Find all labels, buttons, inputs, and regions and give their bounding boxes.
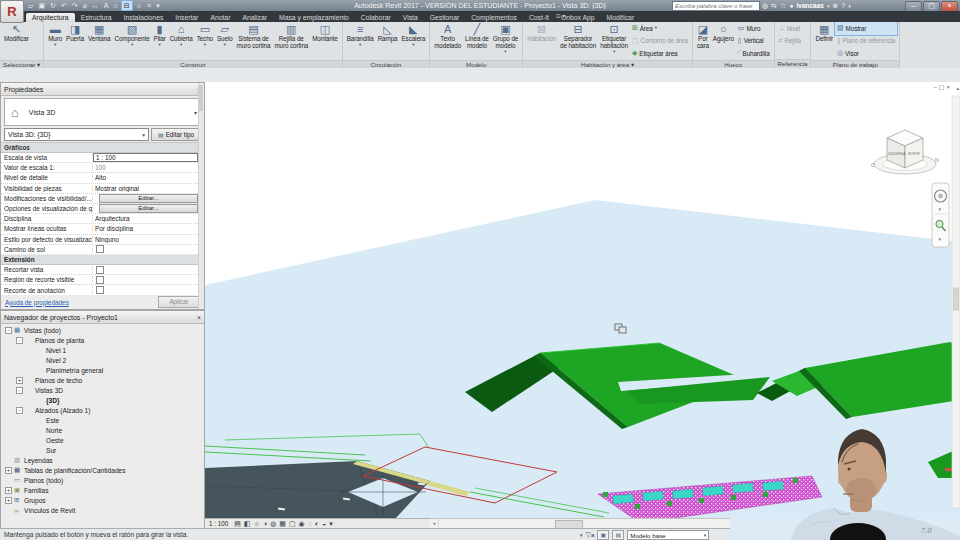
ribbon-tab[interactable]: Colaborar [355, 13, 397, 22]
ribbon-button[interactable]: A Texto modelado [432, 22, 463, 60]
ribbon-tab[interactable]: Gestionar [424, 13, 465, 22]
ribbon-button[interactable]: ⊟ Separador de habitación [558, 22, 598, 60]
edit-type-button[interactable]: ▤ Editar tipo [151, 128, 201, 141]
property-row[interactable]: Opciones de visualización de g... Editar… [1, 204, 204, 214]
tree-item[interactable]: Planimetría general [1, 365, 204, 375]
view-restore-icon[interactable]: ▢ [939, 84, 945, 91]
ribbon-button[interactable]: ▢ Contorno de área [630, 35, 690, 48]
ribbon-button[interactable]: ◫ Montante [310, 22, 339, 60]
qat-icon[interactable]: ▾ [154, 1, 162, 10]
ribbon-button[interactable]: ◈ Etiquetar área [630, 47, 690, 60]
navigation-bar[interactable]: ▾ ▾ [932, 183, 949, 247]
editable-only-filter-icon[interactable]: ▽a [586, 531, 595, 539]
tree-item[interactable]: Leyendas [1, 455, 204, 465]
view-control-icon[interactable]: ☼ [254, 519, 260, 528]
ribbon-tab[interactable]: Arquitectura [26, 13, 75, 22]
view-control-icon[interactable]: ◑ [263, 519, 267, 528]
help-caret-icon[interactable]: ▾ [848, 3, 851, 9]
ribbon-button[interactable]: ⌂ Cubierta ▾ [168, 22, 195, 60]
comm-center-icon[interactable]: ⊗ [832, 2, 838, 10]
checkbox[interactable] [96, 245, 104, 253]
tree-expander[interactable]: + [5, 487, 12, 494]
property-row[interactable]: Mostrar líneas ocultas Por disciplina Po… [1, 224, 204, 234]
qat-icon[interactable]: ▱ [26, 1, 35, 10]
qat-icon[interactable]: ↷ [70, 1, 80, 10]
properties-scrollbar[interactable] [198, 83, 204, 309]
tree-item[interactable]: + Planos de techo [1, 375, 204, 385]
tree-item[interactable]: {3D} [1, 395, 204, 405]
ribbon-button[interactable]: ∥ Plano de referencia [835, 35, 897, 48]
tree-item[interactable]: Nivel 2 [1, 355, 204, 365]
modify-state-icon[interactable]: ⊡ ▾ [556, 13, 565, 19]
tree-item[interactable]: - Vistas (todo) [1, 325, 204, 335]
drawing-area[interactable]: O N IZQUIERDA NORTE ▾ ▾ [205, 82, 960, 518]
tree-item[interactable]: Norte [1, 425, 204, 435]
ribbon-button[interactable]: ▮ Pilar ▾ [152, 22, 168, 60]
view-control-icon[interactable]: ◍ [270, 519, 276, 528]
qat-icon[interactable]: A [102, 1, 111, 10]
tree-item[interactable]: - Alzados (Alzado 1) [1, 405, 204, 415]
view-control-icon[interactable]: ◐ [315, 519, 319, 528]
ribbon-button[interactable]: ▬ Muro ▾ [46, 22, 64, 60]
property-row[interactable]: Extensión [1, 255, 204, 265]
ribbon-button[interactable]: ▤ Sistema de muro cortina [235, 22, 273, 60]
viewport-vertical-scrollbar[interactable] [952, 96, 960, 508]
tree-item[interactable]: + Familias [1, 485, 204, 495]
tree-item[interactable]: Oeste [1, 435, 204, 445]
checkbox[interactable] [96, 266, 104, 274]
close-icon[interactable]: × [197, 314, 201, 321]
ribbon-group-label[interactable]: Referencia [775, 59, 811, 68]
ribbon-button[interactable]: ▭ Muro [736, 22, 772, 35]
qat-icon[interactable]: ↻ [48, 1, 58, 10]
scroll-up-icon[interactable]: ▴ [956, 85, 959, 91]
help-search[interactable] [672, 1, 760, 11]
ribbon-button[interactable]: ◣ Escalera ▾ [399, 22, 427, 60]
ribbon-tab[interactable]: Anotar [204, 13, 236, 22]
ribbon-button[interactable]: # Rejilla [777, 35, 803, 48]
properties-help-link[interactable]: Ayuda de propiedades [5, 299, 69, 306]
tree-expander[interactable]: - [16, 407, 23, 414]
ribbon-button[interactable]: ↖ Modificar [2, 22, 31, 60]
property-row[interactable]: Modificaciones de visibilidad/... Editar… [1, 194, 204, 204]
ribbon-button[interactable]: ▧ Componente ▾ [112, 22, 151, 60]
checkbox[interactable] [96, 276, 104, 284]
ribbon-tab[interactable]: Vista [397, 13, 424, 22]
ribbon-button[interactable]: ◜ Buhardilla [736, 47, 772, 60]
tree-item[interactable]: Sur [1, 445, 204, 455]
property-row[interactable]: Camino de sol [1, 245, 204, 255]
type-selector-preview[interactable]: ⌂ Vista 3D ▾ [4, 98, 201, 126]
ribbon-button[interactable]: ╱ Línea de modelo [463, 22, 491, 60]
tree-item[interactable]: - Vistas 3D [1, 385, 204, 395]
qat-icon[interactable]: ⊟ [121, 0, 133, 11]
property-row[interactable]: Recorte de anotación [1, 285, 204, 295]
tree-expander[interactable]: - [16, 387, 23, 394]
qat-icon[interactable]: ⌂ [112, 1, 120, 10]
ribbon-button[interactable]: ▣ Grupo de modelo ▾ [491, 22, 520, 60]
tree-expander[interactable]: - [5, 327, 12, 334]
view-control-icon[interactable]: ▤ [234, 519, 241, 528]
tree-item[interactable]: Este [1, 415, 204, 425]
view-control-icon[interactable]: ▦ [279, 519, 286, 528]
exchange-icon[interactable]: ⇆ [771, 2, 777, 10]
view-control-icon[interactable]: ◉ [299, 519, 305, 528]
view-scale-button[interactable]: 1 : 100 [209, 520, 228, 527]
tree-expander[interactable]: + [5, 467, 12, 474]
ribbon-button[interactable]: ⊡ Etiquetar habitación ▾ [598, 22, 630, 60]
property-row[interactable]: Valor de escala 1: 100 100 [1, 163, 204, 173]
viewcube[interactable]: O N IZQUIERDA NORTE [871, 130, 939, 174]
ribbon-button[interactable]: ◺ Rampa [376, 22, 400, 60]
tree-item[interactable]: Vínculos de Revit [1, 505, 204, 515]
chevron-down-icon[interactable]: ▾ [194, 109, 197, 116]
ribbon-button[interactable]: ▱ Suelo ▾ [215, 22, 235, 60]
ribbon-button[interactable]: ⊞ Área ▾ [630, 22, 690, 35]
property-row[interactable]: Nivel de detalle Alto Alto [1, 173, 204, 183]
view-control-icon[interactable]: ◧ [244, 519, 251, 528]
ribbon-button[interactable]: ◨ Puerta [64, 22, 86, 60]
tree-item[interactable]: Planos (todo) [1, 475, 204, 485]
ribbon-button[interactable]: ≡ Barandilla ▾ [345, 22, 376, 60]
qat-icon[interactable]: ↔ [90, 1, 101, 10]
signin-caret-icon[interactable]: ▾ [827, 3, 830, 9]
tree-item[interactable]: + Grupos [1, 495, 204, 505]
chevron-down-icon[interactable]: ▾ [580, 532, 583, 538]
view-instance-select[interactable]: Vista 3D: {3D} ▾ [4, 128, 149, 141]
